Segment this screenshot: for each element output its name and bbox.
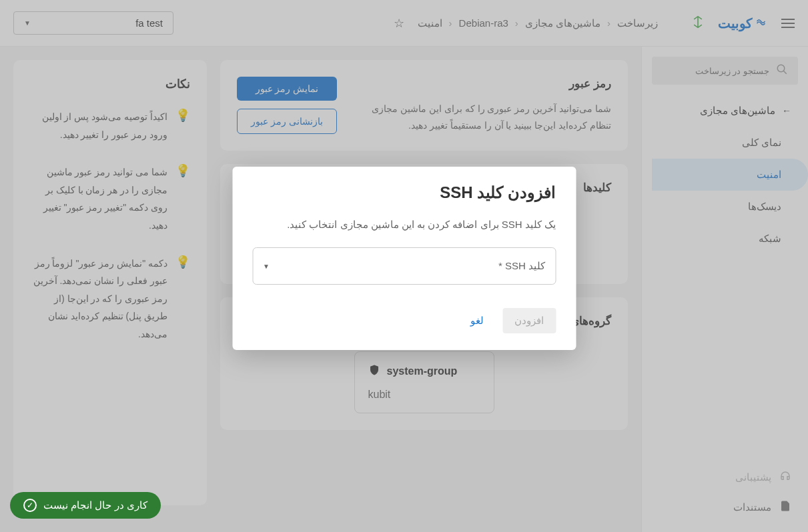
check-icon: ✓	[23, 499, 37, 512]
status-pill[interactable]: کاری در حال انجام نیست ✓	[10, 492, 161, 519]
status-text: کاری در حال انجام نیست	[43, 499, 147, 511]
add-ssh-key-modal: افزودن کلید SSH یک کلید SSH برای اضافه ک…	[232, 167, 576, 350]
modal-desc: یک کلید SSH برای اضافه کردن به این ماشین…	[252, 219, 556, 231]
modal-cancel-button[interactable]: لغو	[458, 308, 496, 333]
chevron-down-icon: ▼	[263, 263, 270, 270]
modal-add-button[interactable]: افزودن	[502, 308, 556, 333]
ssh-key-select-label: کلید SSH *	[498, 260, 545, 272]
ssh-key-select[interactable]: کلید SSH * ▼	[252, 247, 556, 285]
modal-footer: افزودن لغو	[232, 298, 576, 350]
modal-title: افزودن کلید SSH	[252, 183, 556, 202]
